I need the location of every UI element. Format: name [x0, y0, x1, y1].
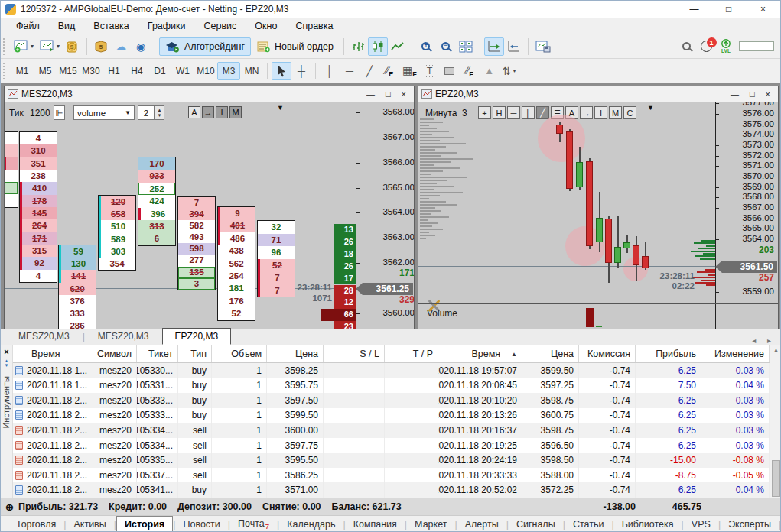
column-header-5[interactable]: Цена: [267, 345, 324, 362]
timeframe-d1[interactable]: D1: [148, 62, 171, 80]
toolbar-grip[interactable]: [3, 63, 7, 79]
toolbar-grip[interactable]: [3, 38, 7, 55]
new-order-button[interactable]: Новый ордер: [251, 37, 340, 56]
chart-toolbar-button-8[interactable]: I: [594, 106, 607, 119]
candlestick-chart-button[interactable]: [368, 37, 388, 56]
new-chart-button[interactable]: ▾: [11, 37, 37, 56]
crosshair-tool-button[interactable]: ┼: [291, 62, 311, 80]
candle-chart-area[interactable]: Минута 3 ▼ +H─│╱≣A→IMC3577.003576.003575…: [418, 102, 778, 329]
timeframe-h1[interactable]: H1: [103, 62, 125, 80]
lvl-button[interactable]: LVL: [716, 37, 736, 56]
bottom-tab-история[interactable]: История: [116, 516, 173, 532]
tab-scroll-arrows[interactable]: ◂ ▸: [752, 336, 781, 345]
equidistant-channel-tool[interactable]: ∕∕E: [379, 62, 399, 80]
mode-button-M[interactable]: M: [229, 106, 242, 118]
vertical-line-tool[interactable]: │: [320, 62, 340, 80]
chart-toolbar-button-10[interactable]: C: [623, 106, 636, 119]
chart-toolbar-button-2[interactable]: ─: [507, 106, 520, 119]
chart-toolbar-button-4[interactable]: ╱: [536, 106, 549, 119]
menu-item-сервис[interactable]: Сервис: [195, 18, 246, 34]
bar-chart-button[interactable]: [348, 37, 368, 56]
splitter-arrows-icon[interactable]: ▲▼: [1, 358, 12, 368]
column-header-1[interactable]: Символ: [89, 345, 137, 362]
minimize-button[interactable]: —: [677, 1, 711, 18]
bottom-tab-алерты[interactable]: Алерты: [457, 517, 506, 532]
scroll-thumb[interactable]: [772, 460, 780, 497]
bottom-tab-vps[interactable]: VPS: [684, 517, 718, 532]
timeframe-m15[interactable]: M15: [57, 62, 80, 80]
templates-button[interactable]: [532, 37, 554, 56]
auto-scroll-button[interactable]: [484, 37, 504, 56]
line-chart-button[interactable]: [388, 37, 408, 56]
column-header-6[interactable]: S / L: [324, 345, 385, 362]
bottom-tab-почта[interactable]: Почта7: [230, 516, 277, 532]
algotrading-button[interactable]: Алготрейдинг: [159, 37, 251, 56]
bottom-tab-библиотека[interactable]: Библиотека: [614, 517, 682, 532]
chart-toolbar-button-3[interactable]: │: [522, 106, 535, 119]
zoom-in-button[interactable]: +: [416, 37, 436, 56]
account-button[interactable]: 1: [696, 37, 716, 56]
table-row[interactable]: 2020.11.18 2...mesz20105334...sell13600.…: [13, 423, 770, 438]
chart-toolbar-button-0[interactable]: +: [478, 106, 491, 119]
chart-close-button[interactable]: ×: [766, 89, 770, 99]
spinner-arrows[interactable]: ▲▼: [155, 105, 164, 120]
bottom-tab-активы[interactable]: Активы: [66, 517, 113, 532]
bottom-tab-календарь[interactable]: Календарь: [279, 517, 343, 532]
period-dropdown[interactable]: volume▼: [73, 105, 135, 120]
text-tool[interactable]: T: [420, 62, 440, 80]
timeframe-mn[interactable]: MN: [240, 62, 263, 80]
maximize-button[interactable]: □: [711, 1, 746, 18]
mode-button-A[interactable]: A: [188, 106, 200, 118]
column-header-4[interactable]: Объем: [212, 345, 267, 362]
table-scrollbar[interactable]: ▲ ▼: [770, 345, 781, 515]
column-header-2[interactable]: Тикет: [137, 345, 178, 362]
column-header-7[interactable]: T / P: [385, 345, 438, 362]
rectangle-tool[interactable]: [440, 62, 460, 80]
search-button[interactable]: [676, 37, 696, 56]
table-row[interactable]: 2020.11.18 1...mesz20105331...buy13595.7…: [13, 378, 770, 394]
chart-titlebar[interactable]: MESZ20,M3 — □ ×: [5, 86, 414, 102]
table-row[interactable]: 2020.11.18 2...mesz20105333...buy13599.5…: [13, 408, 770, 423]
chart-minimize-button[interactable]: —: [731, 89, 739, 99]
tile-windows-button[interactable]: [456, 37, 476, 56]
triangle-tool[interactable]: ▲: [480, 62, 500, 80]
table-row[interactable]: 2020.11.18 1...mesz20105330...buy13598.2…: [13, 363, 770, 378]
menu-item-графики[interactable]: Графики: [138, 18, 195, 34]
chart-titlebar[interactable]: EPZ20,M3 — □ ×: [418, 86, 778, 102]
timeframe-w1[interactable]: W1: [171, 62, 194, 80]
broadcast-button[interactable]: ◉: [131, 37, 151, 56]
menu-item-окно[interactable]: Окно: [246, 18, 286, 34]
column-header-8[interactable]: Время▲: [438, 345, 522, 362]
mode-button-I[interactable]: I: [216, 106, 228, 118]
open-profile-button[interactable]: ▾: [37, 37, 63, 56]
chart-toolbar-button-7[interactable]: →: [580, 106, 593, 119]
menu-item-вид[interactable]: Вид: [49, 18, 85, 34]
timeframe-m3[interactable]: M3: [217, 62, 240, 80]
timeframe-m10[interactable]: M10: [194, 62, 217, 80]
scroll-up-icon[interactable]: ▲: [770, 345, 781, 355]
column-header-3[interactable]: Тип: [178, 345, 212, 362]
menu-item-вставка[interactable]: Вставка: [84, 18, 138, 34]
bottom-tab-торговля[interactable]: Торговля: [8, 517, 63, 532]
cursor-tool-button[interactable]: [272, 62, 291, 80]
step-button[interactable]: ⊩: [54, 105, 65, 120]
bottom-tab-компания[interactable]: Компания: [346, 517, 405, 532]
toolbox-close-button[interactable]: ×: [1, 345, 12, 356]
arrows-tool[interactable]: ⇅▾: [500, 62, 519, 80]
column-header-11[interactable]: Прибыль: [636, 345, 701, 362]
bottom-tab-эксперты[interactable]: Эксперты: [721, 517, 779, 532]
mql5-book-icon[interactable]: 5: [91, 37, 111, 56]
column-header-12[interactable]: Изменение: [701, 345, 770, 362]
chart-tab-mesz20-m3[interactable]: MESZ20,M3: [85, 328, 162, 345]
close-button[interactable]: ×: [746, 1, 780, 18]
depth-spinner[interactable]: 2: [138, 105, 155, 120]
column-header-0[interactable]: Время: [13, 345, 89, 362]
mode-button-→[interactable]: →: [202, 106, 214, 118]
chart-tab-epz20-m3[interactable]: EPZ20,M3: [162, 328, 232, 345]
table-row[interactable]: 2020.11.18 2...mesz20105335...sell13595.…: [13, 453, 770, 468]
volume-pane-separator[interactable]: [418, 303, 778, 304]
table-row[interactable]: 2020.11.18 2...mesz20105333...buy13597.5…: [13, 393, 770, 408]
chart-toolbar-button-9[interactable]: M: [609, 106, 622, 119]
expand-icon[interactable]: ⊕: [5, 501, 14, 513]
chart-shift-button[interactable]: [504, 37, 524, 56]
